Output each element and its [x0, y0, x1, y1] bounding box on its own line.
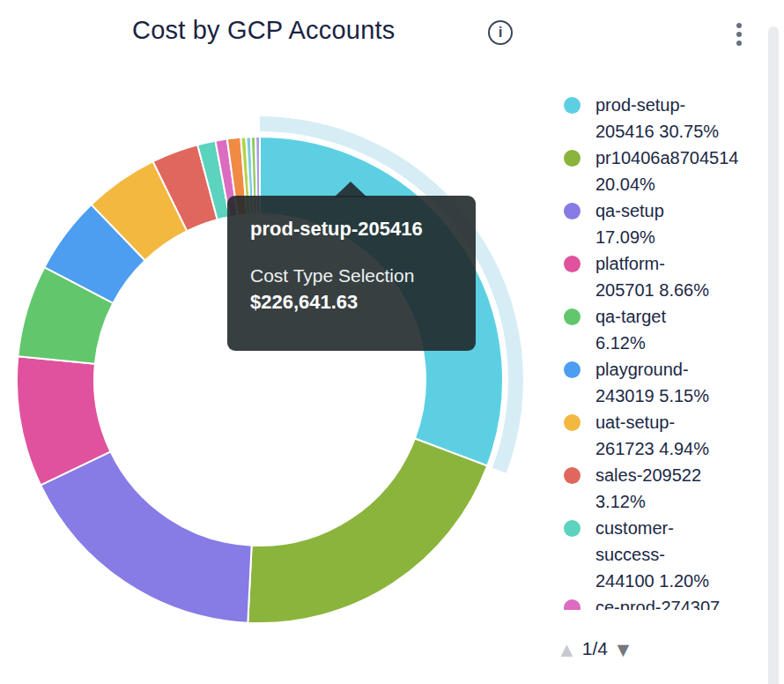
legend-swatch: [564, 467, 581, 484]
legend-swatch: [564, 414, 581, 431]
legend-item[interactable]: prod-setup-205416 30.75%: [564, 92, 775, 145]
tooltip-arrow: [334, 182, 367, 197]
legend-page-indicator: 1/4: [582, 638, 608, 661]
chart-tooltip: prod-setup-205416 Cost Type Selection $2…: [227, 196, 476, 351]
tooltip-metric-label: Cost Type Selection: [250, 264, 453, 288]
legend-item[interactable]: qa-setup 17.09%: [564, 197, 775, 250]
pie-slice-pr10406a8704514[interactable]: [248, 438, 487, 623]
legend-item[interactable]: platform-205701 8.66%: [564, 250, 775, 303]
legend-label: platform-205701 8.66%: [595, 250, 721, 303]
legend-item[interactable]: pr10406a8704514 20.04%: [564, 145, 775, 197]
legend-page-up-icon[interactable]: ▲: [557, 640, 577, 660]
legend-label: prod-setup-205416 30.75%: [595, 92, 721, 145]
legend-swatch: [564, 520, 581, 537]
legend-swatch: [564, 599, 581, 610]
legend-label: customer-success-244100 1.20%: [595, 515, 721, 594]
legend-label: sales-209522 3.12%: [595, 462, 721, 515]
legend-label: qa-setup 17.09%: [595, 197, 721, 250]
legend-item[interactable]: qa-target 6.12%: [564, 303, 775, 356]
tooltip-title: prod-setup-205416: [250, 218, 453, 241]
legend-label: pr10406a8704514 20.04%: [595, 145, 721, 197]
legend-item[interactable]: customer-success-244100 1.20%: [564, 515, 775, 594]
legend-swatch: [564, 309, 581, 325]
legend-item[interactable]: playground-243019 5.15%: [564, 356, 775, 409]
legend-item[interactable]: ce-prod-274307 0.78%: [564, 594, 775, 610]
legend-label: qa-target 6.12%: [595, 303, 721, 356]
legend-pagination: ▲ 1/4 ▼: [557, 638, 633, 661]
legend-swatch: [564, 97, 581, 114]
pie-slice-qa-setup[interactable]: [41, 451, 252, 622]
legend-swatch: [564, 256, 581, 272]
chart-legend: prod-setup-205416 30.75%pr10406a8704514 …: [564, 92, 775, 610]
legend-page-down-icon[interactable]: ▼: [613, 640, 633, 660]
legend-label: playground-243019 5.15%: [595, 356, 721, 409]
legend-label: ce-prod-274307 0.78%: [595, 594, 721, 610]
tooltip-value: $226,641.63: [250, 288, 453, 316]
legend-swatch: [564, 150, 581, 167]
legend-swatch: [564, 361, 581, 378]
legend-item[interactable]: sales-209522 3.12%: [564, 462, 775, 515]
cost-by-gcp-accounts-widget: Cost by GCP Accounts i prod-setup-205416…: [0, 0, 784, 684]
legend-swatch: [564, 203, 581, 219]
legend-item[interactable]: uat-setup-261723 4.94%: [564, 409, 775, 462]
legend-label: uat-setup-261723 4.94%: [595, 409, 721, 462]
